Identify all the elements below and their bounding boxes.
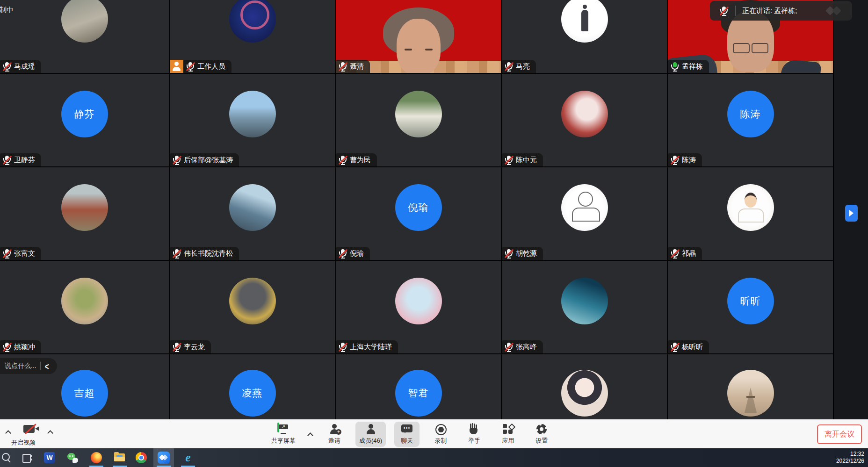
system-clock[interactable]: 12:32 2022/12/26 [836,451,864,465]
participant-name: 杨昕昕 [682,343,703,352]
participant-label: 上海大学陆瑾 [336,340,398,353]
participant-label: 卫静芬 [0,153,41,166]
mic-muted-icon [505,155,513,165]
mic-muted-icon [671,155,679,165]
participant-tile-胡乾源[interactable]: 胡乾源 [502,167,667,260]
chat-button[interactable]: ••• 聊天 [394,422,420,447]
participant-tile-工作人员[interactable]: 工作人员 [170,0,335,73]
participant-avatar: 陈涛 [727,91,774,137]
participant-tile-姚颖冲[interactable]: 姚颖冲 [0,261,169,353]
participant-avatar [561,91,608,137]
taskbar-file-explorer-icon[interactable] [109,448,130,467]
participant-tile-杨昕昕[interactable]: 昕昕 杨昕昕 [668,261,833,353]
video-options-caret-icon[interactable] [48,429,53,435]
participant-tile-陈中元[interactable]: 陈中元 [502,74,667,166]
avatar-initials: 静芬 [74,108,95,121]
taskbar-word-icon[interactable]: W [39,448,60,467]
participant-name: 姚颖冲 [14,343,35,352]
participant-avatar [395,278,442,324]
participant-tile-后保部@张基涛[interactable]: 后保部@张基涛 [170,74,335,166]
start-video-button[interactable] [23,424,40,436]
taskbar-wechat-icon[interactable] [63,448,83,467]
taskbar-firefox-icon[interactable] [86,448,107,467]
name-pill: 胡乾源 [502,247,543,260]
settings-button[interactable]: 设置 [529,422,554,447]
participant-avatar [727,370,774,417]
taskbar-task-view-icon[interactable] [17,448,37,467]
participant-label: 马亮 [502,60,536,73]
avatar-initials: 智君 [408,387,429,400]
participant-avatar: 吉超 [61,370,108,417]
share-caret-icon[interactable] [308,431,313,437]
participant-label: 孟祥栋 [668,60,709,73]
participant-label: 后保部@张基涛 [170,153,239,166]
divider [735,6,736,16]
avatar-photo-ring [240,0,269,29]
speaking-banner: 正在讲话: 孟祥栋; [710,1,852,21]
toolbar-button-label: 录制 [434,437,447,445]
participant-tile-聂清[interactable]: 聂清 [336,0,501,73]
hand-button[interactable]: 举手 [462,422,487,447]
toolbar-button-label: 聊天 [401,437,413,445]
name-pill: 伟长书院沈青松 [170,247,239,260]
name-pill: 张富文 [0,247,41,260]
participant-label: 伟长书院沈青松 [170,247,239,260]
participant-tile-曹为民[interactable]: 曹为民 [336,74,501,166]
meeting-toolbar: 静音 开启视频 ↗ 共享屏幕 + 邀请 成员(46) ••• 聊天 录制 举手 … [0,419,868,449]
mic-muted-icon [720,6,728,16]
participant-tile-倪瑜[interactable]: 倪瑜 倪瑜 [336,167,501,260]
participant-tile-上海大学陆瑾[interactable]: 上海大学陆瑾 [336,261,501,353]
members-button[interactable]: 成员(46) [355,422,386,447]
mic-options-caret-icon[interactable] [6,429,11,435]
participant-face [397,19,441,73]
participant-tile-张高峰[interactable]: 张高峰 [502,261,667,353]
participant-label: 工作人员 [170,60,231,73]
participant-tile-卫静芬[interactable]: 静芬 卫静芬 [0,74,169,166]
participant-tile-祁晶[interactable]: 祁晶 [668,167,833,260]
expand-panel-button[interactable] [845,205,858,222]
participant-tile[interactable] [502,354,667,419]
toolbar-button-label: 应用 [502,437,514,445]
avatar-initials: 凌燕 [242,387,263,400]
right-arrow-icon [849,210,854,216]
participant-avatar: 凌燕 [229,370,276,417]
chat-quick-input[interactable]: 说点什么... < [0,358,57,374]
participant-tile-张富文[interactable]: 张富文 [0,167,169,260]
participant-tile-陈涛[interactable]: 陈涛 陈涛 [668,74,833,166]
participant-tile[interactable] [668,354,833,419]
taskbar-chrome-icon[interactable] [131,448,152,467]
participant-tile-马成瑶[interactable]: 马成瑶 [0,0,169,73]
meeting-logo-watermark [824,5,845,16]
participant-tile[interactable]: 凌燕 [170,354,335,419]
mic-muted-icon [505,342,513,352]
mic-muted-icon [3,62,11,72]
avatar-photo-detail [578,192,593,207]
taskbar-search-icon[interactable] [0,448,17,467]
taskbar-ie-icon[interactable]: e [178,448,198,467]
invite-button[interactable]: + 邀请 [322,422,347,447]
apps-button[interactable]: 应用 [495,422,521,447]
participant-label: 陈涛 [668,153,702,166]
record-button[interactable]: 录制 [428,422,453,447]
participant-name: 马成瑶 [14,62,35,71]
host-badge-icon [170,60,183,73]
name-pill: 聂清 [336,60,370,73]
participant-avatar [61,0,108,43]
windows-taskbar: 12:32 2022/12/26 We [0,448,868,467]
start-video-label[interactable]: 开启视频 [11,438,36,447]
avatar-initials: 倪瑜 [408,201,429,214]
participant-tile-马亮[interactable]: 马亮 [502,0,667,73]
leave-meeting-button[interactable]: 离开会议 [817,424,862,444]
participant-name: 后保部@张基涛 [184,156,233,165]
participant-label: 倪瑜 [336,247,370,260]
participant-avatar [727,184,774,231]
participant-tile[interactable]: 智君 [336,354,501,419]
share-button[interactable]: ↗ 共享屏幕 [268,422,299,447]
participant-tile-伟长书院沈青松[interactable]: 伟长书院沈青松 [170,167,335,260]
name-pill: 张高峰 [502,340,543,353]
chat-collapse-button[interactable]: < [45,361,49,371]
mic-muted-icon [339,62,347,72]
participant-tile-李云龙[interactable]: 李云龙 [170,261,335,353]
name-pill: 姚颖冲 [0,340,41,353]
taskbar-meeting-icon[interactable] [153,448,174,467]
